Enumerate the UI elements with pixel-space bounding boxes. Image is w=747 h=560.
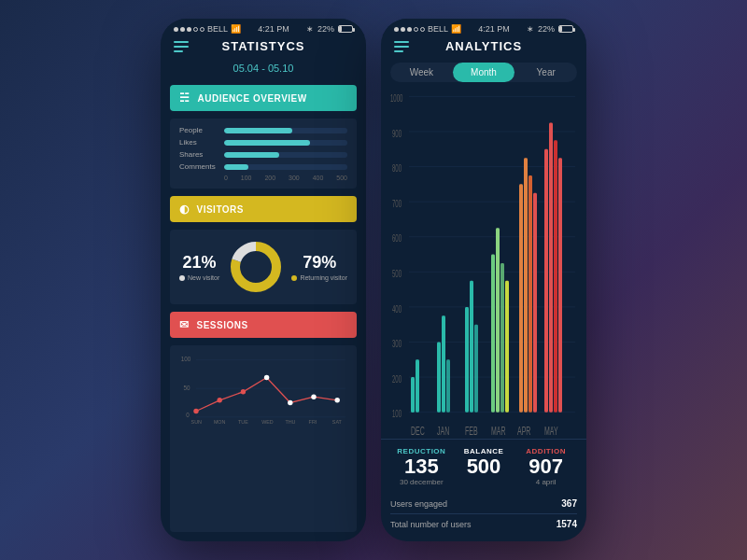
menu-icon-left[interactable] xyxy=(174,41,189,52)
reduction-stat: REDUCTION 135 30 december xyxy=(390,447,453,486)
bar-row-people: People xyxy=(179,126,347,134)
svg-text:500: 500 xyxy=(392,268,402,279)
svg-point-14 xyxy=(311,395,316,399)
svg-rect-62 xyxy=(554,140,557,412)
svg-rect-50 xyxy=(470,281,473,413)
svg-text:FRI: FRI xyxy=(309,419,317,425)
carrier-left: BELL xyxy=(207,24,228,34)
svg-rect-44 xyxy=(416,359,419,412)
svg-rect-57 xyxy=(524,158,528,412)
bar-row-likes: Likes xyxy=(179,138,347,147)
reduction-value: 135 xyxy=(390,455,453,478)
tab-year[interactable]: Year xyxy=(514,63,577,82)
svg-text:MAY: MAY xyxy=(544,424,558,438)
status-left: BELL 📶 xyxy=(174,24,241,34)
bar-label-people: People xyxy=(179,126,218,134)
tab-week[interactable]: Week xyxy=(390,63,453,82)
status-left-right: BELL 📶 xyxy=(394,24,461,34)
svg-point-10 xyxy=(218,398,222,402)
svg-text:700: 700 xyxy=(392,198,402,209)
addition-value: 907 xyxy=(514,455,577,478)
visitors-content: 21% New visitor 79% Return xyxy=(170,230,357,304)
metric-value-engaged: 367 xyxy=(561,498,577,509)
bar-fill-comments xyxy=(224,164,248,170)
svg-rect-45 xyxy=(411,385,415,412)
bar-label-likes: Likes xyxy=(179,138,218,147)
donut-svg xyxy=(228,239,284,295)
svg-point-12 xyxy=(264,375,269,380)
status-right-right: ∗ 22% xyxy=(527,24,573,34)
svg-text:TUE: TUE xyxy=(238,419,248,425)
status-bar-right: BELL 📶 4:21 PM ∗ 22% xyxy=(381,19,586,35)
right-phone: BELL 📶 4:21 PM ∗ 22% ANALYTICS Week Mont… xyxy=(381,19,586,541)
battery-icon-right xyxy=(558,25,573,33)
svg-text:400: 400 xyxy=(392,303,402,315)
metric-row-total-users: Total number of users 1574 xyxy=(390,514,577,534)
bar-track-shares xyxy=(224,152,347,158)
bar-row-shares: Shares xyxy=(179,150,347,159)
returning-visitor-stat: 79% Returning visitor xyxy=(291,253,347,281)
svg-point-13 xyxy=(288,400,292,405)
svg-text:50: 50 xyxy=(184,385,191,391)
stats-grid: REDUCTION 135 30 december BALANCE 500 AD… xyxy=(381,439,586,490)
left-phone-header: STATISTYCS xyxy=(161,35,366,59)
signal-dots-right xyxy=(394,27,425,32)
balance-value: 500 xyxy=(453,455,515,478)
new-visitor-stat: 21% New visitor xyxy=(179,253,219,281)
carrier-right: BELL xyxy=(428,24,448,34)
time-left: 4:21 PM xyxy=(258,24,289,34)
svg-text:DEC: DEC xyxy=(411,424,425,438)
addition-date: 4 april xyxy=(514,478,577,486)
bar-fill-shares xyxy=(224,152,279,158)
analytics-chart-svg: 1000 900 800 700 600 500 400 300 200 100 xyxy=(390,88,577,439)
svg-rect-49 xyxy=(465,307,469,413)
svg-point-15 xyxy=(335,398,340,402)
sessions-content: 100 50 0 SUN MON TUE xyxy=(170,345,357,532)
battery-pct-left: 22% xyxy=(317,24,334,34)
svg-rect-46 xyxy=(437,342,441,412)
wifi-icon-right: 📶 xyxy=(451,24,461,34)
svg-text:100: 100 xyxy=(181,356,191,362)
bar-label-shares: Shares xyxy=(179,150,218,159)
right-phone-title: ANALYTICS xyxy=(445,39,522,53)
metric-label-engaged: Users engaged xyxy=(390,499,447,509)
svg-text:1000: 1000 xyxy=(390,92,402,104)
svg-text:MON: MON xyxy=(214,419,226,425)
bluetooth-icon-right: ∗ xyxy=(527,24,534,34)
svg-rect-51 xyxy=(474,325,478,413)
svg-text:MAR: MAR xyxy=(491,424,506,438)
svg-text:600: 600 xyxy=(392,232,402,244)
left-phone-content: 05.04 - 05.10 ☵ AUDIENCE OVERVIEW People… xyxy=(161,59,366,541)
tab-month[interactable]: Month xyxy=(453,63,515,82)
status-bar-left: BELL 📶 4:21 PM ∗ 22% xyxy=(161,19,366,35)
returning-visitor-dot xyxy=(291,275,297,281)
date-range: 05.04 - 05.10 xyxy=(170,59,357,77)
svg-text:FEB: FEB xyxy=(465,424,478,438)
svg-text:0: 0 xyxy=(186,412,190,418)
donut-chart xyxy=(228,239,284,295)
svg-rect-47 xyxy=(442,315,445,412)
sessions-chart-svg: 100 50 0 SUN MON TUE xyxy=(179,353,347,427)
metrics-section: Users engaged 367 Total number of users … xyxy=(381,490,586,541)
svg-rect-61 xyxy=(549,123,553,413)
svg-text:800: 800 xyxy=(392,162,402,174)
sessions-header: ✉ SESSIONS xyxy=(170,312,357,338)
new-visitor-label: New visitor xyxy=(179,274,219,281)
svg-rect-53 xyxy=(496,228,500,412)
svg-text:900: 900 xyxy=(392,128,402,139)
svg-text:WED: WED xyxy=(261,419,274,425)
svg-rect-60 xyxy=(544,149,548,413)
svg-text:200: 200 xyxy=(392,373,402,385)
left-phone-title: STATISTYCS xyxy=(222,39,305,53)
balance-stat: BALANCE 500 xyxy=(453,447,515,486)
audience-title: AUDIENCE OVERVIEW xyxy=(198,93,307,104)
svg-text:JAN: JAN xyxy=(437,424,449,438)
wifi-icon: 📶 xyxy=(231,24,241,34)
svg-rect-58 xyxy=(529,175,532,413)
time-right: 4:21 PM xyxy=(478,24,510,34)
menu-icon-right[interactable] xyxy=(394,41,409,52)
svg-text:SUN: SUN xyxy=(191,419,202,425)
bluetooth-icon: ∗ xyxy=(306,24,314,34)
svg-point-9 xyxy=(193,409,198,413)
status-right-left: ∗ 22% xyxy=(306,24,353,34)
